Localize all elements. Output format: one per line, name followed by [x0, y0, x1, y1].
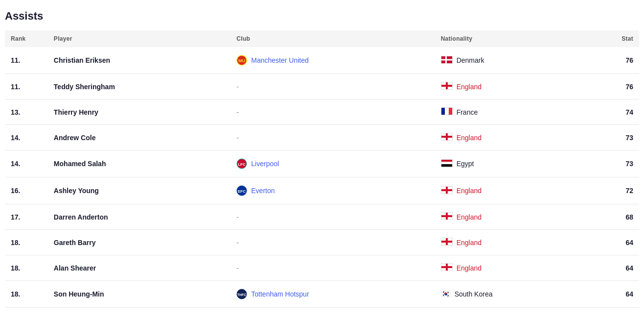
cell-stat: 68 [596, 204, 639, 230]
cell-nationality: England [435, 125, 596, 150]
club-dash: - [236, 108, 239, 116]
cell-rank: 11. [5, 47, 48, 74]
table-row: 11.Teddy Sheringham- England 76 [5, 74, 639, 99]
cell-stat: 64 [596, 230, 639, 255]
svg-text:MU: MU [238, 58, 245, 63]
cell-nationality: England [435, 177, 596, 204]
club-name[interactable]: Manchester United [251, 56, 309, 64]
flag-icon [441, 107, 453, 117]
table-row: 14.Andrew Cole- England 73 [5, 125, 639, 150]
flag-icon [441, 212, 453, 222]
club-logo-icon: THFC [236, 289, 247, 299]
table-row: 16.Ashley Young EFC Everton England 72 [5, 177, 639, 204]
cell-stat: 64 [596, 255, 639, 281]
flag-icon [441, 82, 453, 91]
nationality-text: England [457, 83, 482, 91]
nationality-text: England [457, 264, 482, 272]
nationality-text: England [457, 134, 482, 142]
cell-nationality: 🇰🇷 South Korea [435, 281, 596, 308]
nationality-flag: France [441, 107, 478, 117]
club-dash: - [236, 213, 239, 221]
cell-rank: 13. [5, 99, 48, 125]
cell-club: - [230, 125, 435, 150]
cell-club[interactable]: EFC Everton [230, 177, 435, 204]
nationality-flag: England [441, 263, 482, 272]
nationality-flag: England [441, 238, 482, 247]
cell-stat: 64 [596, 281, 639, 308]
flag-icon: 🇰🇷 [441, 290, 451, 298]
col-header-rank: Rank [5, 30, 48, 47]
flag-icon [441, 238, 453, 247]
flag-icon [441, 56, 453, 65]
club-dash: - [236, 239, 239, 247]
cell-club[interactable]: THFC Tottenham Hotspur [230, 281, 435, 308]
table-row: 13.Thierry Henry- France 74 [5, 99, 639, 125]
cell-player: Ashley Young [48, 177, 230, 204]
nationality-text: South Korea [455, 290, 493, 298]
nationality-flag: England [441, 82, 482, 91]
nationality-text: Egypt [457, 160, 474, 168]
cell-nationality: England [435, 204, 596, 230]
flag-icon [441, 263, 453, 272]
svg-text:THFC: THFC [237, 293, 247, 297]
cell-rank: 14. [5, 150, 48, 177]
cell-nationality: England [435, 230, 596, 255]
col-header-stat: Stat [596, 30, 639, 47]
club-dash: - [236, 83, 239, 91]
club-name[interactable]: Tottenham Hotspur [251, 290, 309, 298]
assists-table: Rank Player Club Nationality Stat 11.Chr… [5, 30, 639, 308]
cell-player: Alan Shearer [48, 255, 230, 281]
cell-club: - [230, 204, 435, 230]
col-header-club: Club [230, 30, 435, 47]
cell-nationality: France [435, 99, 596, 125]
cell-rank: 18. [5, 230, 48, 255]
nationality-flag: Denmark [441, 56, 484, 65]
table-header-row: Rank Player Club Nationality Stat [5, 30, 639, 47]
club-dash: - [236, 264, 239, 272]
flag-icon [441, 186, 453, 196]
table-row: 17.Darren Anderton- England 68 [5, 204, 639, 230]
cell-player: Christian Eriksen [48, 47, 230, 74]
club-dash: - [236, 134, 239, 142]
table-row: 11.Christian Eriksen MU Manchester Unite… [5, 47, 639, 74]
nationality-text: France [457, 108, 478, 116]
cell-club: - [230, 99, 435, 125]
club-name[interactable]: Everton [251, 187, 275, 195]
page-title: Assists [5, 10, 639, 23]
nationality-flag: Egypt [441, 159, 474, 169]
cell-nationality: Egypt [435, 150, 596, 177]
cell-rank: 14. [5, 125, 48, 150]
club-logo-icon: MU [236, 55, 247, 66]
nationality-flag: England [441, 133, 482, 142]
cell-club: - [230, 230, 435, 255]
cell-rank: 16. [5, 177, 48, 204]
cell-player: Son Heung-Min [48, 281, 230, 308]
table-row: 18.Alan Shearer- England 64 [5, 255, 639, 281]
cell-stat: 76 [596, 74, 639, 99]
cell-nationality: England [435, 74, 596, 99]
nationality-flag: England [441, 212, 482, 222]
cell-player: Teddy Sheringham [48, 74, 230, 99]
cell-player: Darren Anderton [48, 204, 230, 230]
table-row: 18.Gareth Barry- England 64 [5, 230, 639, 255]
cell-nationality: England [435, 255, 596, 281]
cell-rank: 17. [5, 204, 48, 230]
cell-club[interactable]: MU Manchester United [230, 47, 435, 74]
cell-player: Gareth Barry [48, 230, 230, 255]
cell-stat: 72 [596, 177, 639, 204]
cell-rank: 11. [5, 74, 48, 99]
cell-club: - [230, 255, 435, 281]
cell-club[interactable]: LFC Liverpool [230, 150, 435, 177]
col-header-player: Player [48, 30, 230, 47]
flag-icon [441, 133, 453, 142]
cell-stat: 76 [596, 47, 639, 74]
flag-icon [441, 159, 453, 169]
cell-player: Mohamed Salah [48, 150, 230, 177]
svg-text:EFC: EFC [238, 189, 246, 194]
cell-rank: 18. [5, 281, 48, 308]
cell-stat: 73 [596, 125, 639, 150]
nationality-flag: England [441, 186, 482, 196]
nationality-text: England [457, 187, 482, 195]
cell-stat: 73 [596, 150, 639, 177]
club-name[interactable]: Liverpool [251, 160, 279, 168]
